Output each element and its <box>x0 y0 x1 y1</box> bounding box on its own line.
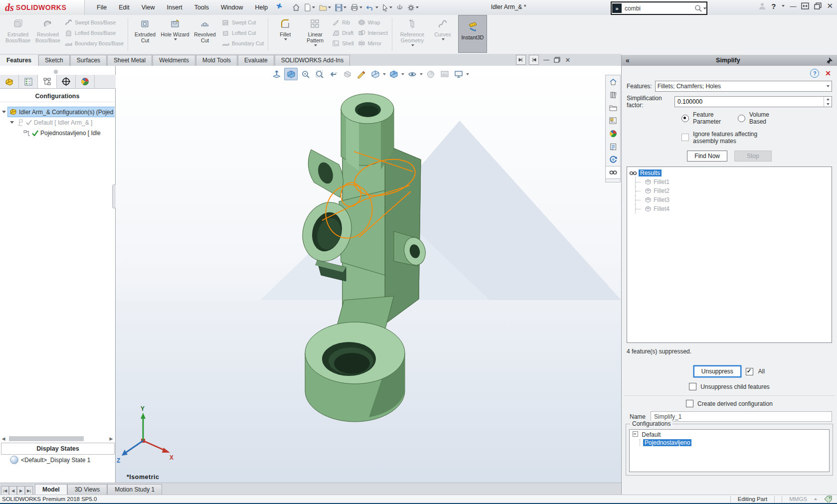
tab-features[interactable]: Features <box>0 55 38 66</box>
tab-motion-study-1[interactable]: Motion Study 1 <box>107 484 162 495</box>
home-button[interactable] <box>291 2 302 12</box>
close-pane-icon[interactable]: ✕ <box>825 69 831 77</box>
zoom-to-area-button[interactable] <box>299 68 312 80</box>
extruded-boss-button[interactable]: Extruded Boss/Base <box>3 15 33 54</box>
hide-show-caret-icon[interactable] <box>420 73 423 75</box>
expander-icon[interactable] <box>9 120 14 125</box>
menu-edit[interactable]: Edit <box>114 2 135 13</box>
create-derived-checkbox[interactable] <box>686 400 693 407</box>
save-button[interactable] <box>334 3 348 12</box>
config-tree-default-row[interactable]: Default [ Idler Arm_& ] <box>0 117 115 128</box>
units-selector[interactable]: MMGS <box>789 496 807 502</box>
lofted-cut-button[interactable]: Lofted Cut <box>222 29 264 36</box>
reference-geometry-caret-icon[interactable] <box>411 44 414 46</box>
unsuppress-button[interactable]: Unsuppress <box>694 366 741 377</box>
reference-geometry-button[interactable]: Reference Geometry <box>394 15 430 54</box>
derived-name-input[interactable] <box>651 413 832 421</box>
custom-properties-tab[interactable] <box>606 140 620 153</box>
collapse-node-icon[interactable] <box>633 431 638 437</box>
hide-show-items-button[interactable] <box>406 68 418 80</box>
tag-icon[interactable] <box>824 496 832 503</box>
mirror-button[interactable]: Mirror <box>358 40 388 47</box>
help-icon[interactable]: ? <box>771 2 776 10</box>
rib-button[interactable]: Rib <box>332 19 353 26</box>
close-button[interactable]: ✕ <box>827 1 833 10</box>
design-library-tab[interactable] <box>606 88 620 101</box>
zoom-window-button[interactable] <box>313 68 326 80</box>
graphics-viewport[interactable]: Y X Z *Isometric <box>116 66 621 483</box>
displaymanager-tab[interactable] <box>76 75 95 88</box>
doc-restore-button[interactable] <box>554 57 560 63</box>
menu-window[interactable]: Window <box>216 2 248 13</box>
dock-button[interactable] <box>801 2 809 9</box>
feature-parameter-radio[interactable] <box>681 115 689 122</box>
config-tree-root-row[interactable]: Idler Arm_& Configuration(s) (Pojed <box>0 107 115 117</box>
find-simplify-tab[interactable] <box>606 166 620 179</box>
stop-button[interactable]: Stop <box>734 151 772 162</box>
tab-weldments[interactable]: Weldments <box>153 55 195 66</box>
result-fillet4-row[interactable]: Fillet4 <box>627 204 832 213</box>
display-state-item[interactable]: <Default>_Display State 1 <box>10 456 90 464</box>
menu-insert[interactable]: Insert <box>162 2 187 13</box>
menu-file[interactable]: File <box>92 2 112 13</box>
previous-view-button[interactable] <box>327 68 339 80</box>
solidworks-forum-tab[interactable] <box>606 153 620 166</box>
user-icon[interactable] <box>758 2 766 10</box>
units-caret-icon[interactable] <box>814 498 817 500</box>
restore-button[interactable] <box>814 2 822 9</box>
tab-sheet-metal[interactable]: Sheet Metal <box>107 55 152 66</box>
view-palette-tab[interactable] <box>606 114 620 127</box>
zoom-to-fit-button[interactable] <box>270 68 283 80</box>
print-button[interactable] <box>349 3 364 12</box>
config-default-node[interactable]: Default <box>633 431 826 438</box>
search-input[interactable] <box>624 4 694 12</box>
swept-boss-button[interactable]: Swept Boss/Base <box>65 19 124 26</box>
3d-drawing-view-button[interactable] <box>355 68 367 80</box>
lofted-boss-button[interactable]: Lofted Boss/Base <box>65 29 124 36</box>
scrollbar-thumb[interactable] <box>9 436 84 441</box>
scroll-right-icon[interactable]: ▶ <box>108 436 115 441</box>
collapse-pane-icon[interactable]: « <box>626 56 630 64</box>
doc-minimize-button[interactable]: — <box>542 55 551 64</box>
propertymanager-tab[interactable] <box>19 75 38 88</box>
search-icon[interactable] <box>694 4 702 12</box>
tab-evaluate[interactable]: Evaluate <box>238 55 274 66</box>
view-orientation-button[interactable] <box>369 68 381 80</box>
minimize-button[interactable]: — <box>790 2 796 10</box>
pane-flyout-right-button[interactable] <box>529 55 539 65</box>
features-dropdown[interactable]: Fillets; Chamfers; Holes <box>655 81 832 92</box>
menu-view[interactable]: View <box>137 2 160 13</box>
left-panel-scrollbar[interactable]: ◀ ▶ <box>0 435 115 442</box>
appearances-scenes-tab[interactable] <box>606 127 620 140</box>
menu-pin-icon[interactable]: ✚ <box>274 1 284 14</box>
pin-pane-icon[interactable] <box>827 57 833 64</box>
solidworks-resources-tab[interactable] <box>606 75 620 88</box>
fillet-caret-icon[interactable] <box>284 38 287 40</box>
result-fillet1-row[interactable]: Fillet1 <box>627 177 832 186</box>
boundary-cut-button[interactable]: Boundary Cut <box>222 40 264 47</box>
derived-name-field[interactable] <box>651 411 832 422</box>
factor-spinner[interactable] <box>824 97 832 107</box>
result-fillet2-row[interactable]: Fillet2 <box>627 186 832 195</box>
revolved-cut-button[interactable]: Revolved Cut <box>190 15 220 54</box>
section-view-button[interactable] <box>341 68 353 80</box>
search-scope-caret-icon[interactable] <box>703 7 706 9</box>
apply-scene-button[interactable] <box>438 68 451 80</box>
menu-help[interactable]: Help <box>250 2 273 13</box>
help-icon[interactable]: ? <box>810 69 819 78</box>
results-list[interactable]: Results Fillet1 Fillet2 Fillet3 Fillet4 <box>627 167 832 343</box>
search-box[interactable]: » <box>611 1 707 15</box>
last-tab-button[interactable]: ▶| <box>25 486 33 495</box>
open-button[interactable] <box>318 3 333 12</box>
select-button[interactable] <box>381 3 394 12</box>
instant3d-button[interactable]: Instant3D <box>458 15 487 53</box>
view-orientation-caret-icon[interactable] <box>383 73 386 75</box>
new-document-button[interactable] <box>303 2 317 12</box>
result-fillet3-row[interactable]: Fillet3 <box>627 195 832 204</box>
all-checkbox[interactable] <box>746 368 753 375</box>
tab-solidworks-add-ins[interactable]: SOLIDWORKS Add-Ins <box>275 55 350 66</box>
swept-cut-button[interactable]: Swept Cut <box>222 19 264 26</box>
rebuild-button[interactable] <box>395 3 405 12</box>
results-root-row[interactable]: Results <box>627 168 832 177</box>
linear-pattern-caret-icon[interactable] <box>314 44 317 46</box>
